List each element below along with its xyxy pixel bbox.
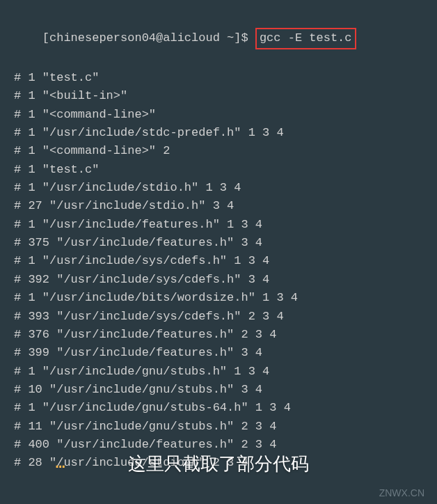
output-line: # 1 "test.c": [14, 161, 423, 179]
terminal-window[interactable]: [chineseperson04@alicloud ~]$ gcc -E tes…: [0, 0, 437, 482]
output-line: # 393 "/usr/include/sys/cdefs.h" 2 3 4: [14, 308, 423, 326]
prompt-line: [chineseperson04@alicloud ~]$ gcc -E tes…: [14, 10, 423, 68]
output-line: # 1 "/usr/include/bits/wordsize.h" 1 3 4: [14, 289, 423, 307]
output-line: # 1 "<command-line>" 2: [14, 142, 423, 160]
output-line: # 10 "/usr/include/gnu/stubs.h" 3 4: [14, 381, 423, 399]
output-line: # 1 "/usr/include/stdc-predef.h" 1 3 4: [14, 124, 423, 142]
output-line: # 392 "/usr/include/sys/cdefs.h" 3 4: [14, 271, 423, 289]
output-line: # 11 "/usr/include/gnu/stubs.h" 2 3 4: [14, 418, 423, 436]
caption-text: 这里只截取了部分代码: [128, 452, 309, 476]
output-line: # 1 "<command-line>": [14, 106, 423, 124]
ellipsis-icon: …: [56, 455, 69, 473]
prompt-user-host: [chineseperson04@alicloud ~]$: [42, 31, 248, 45]
output-line: # 1 "<built-in>": [14, 87, 423, 105]
output-line: # 376 "/usr/include/features.h" 2 3 4: [14, 326, 423, 344]
output-line: # 1 "/usr/include/stdio.h" 1 3 4: [14, 179, 423, 197]
command-highlighted: gcc -E test.c: [255, 28, 356, 49]
output-line: # 1 "/usr/include/sys/cdefs.h" 1 3 4: [14, 252, 423, 270]
output-line: # 1 "/usr/include/gnu/stubs.h" 1 3 4: [14, 363, 423, 381]
output-line: # 1 "test.c": [14, 69, 423, 87]
output-line: # 27 "/usr/include/stdio.h" 3 4: [14, 197, 423, 215]
output-line: # 399 "/usr/include/features.h" 3 4: [14, 344, 423, 362]
caption-overlay: … 这里只截取了部分代码: [0, 452, 437, 476]
output-line: # 375 "/usr/include/features.h" 3 4: [14, 234, 423, 252]
output-line: # 1 "/usr/include/features.h" 1 3 4: [14, 216, 423, 234]
output-line: # 1 "/usr/include/gnu/stubs-64.h" 1 3 4: [14, 399, 423, 417]
watermark-site: ZNWX.CN: [379, 487, 424, 498]
